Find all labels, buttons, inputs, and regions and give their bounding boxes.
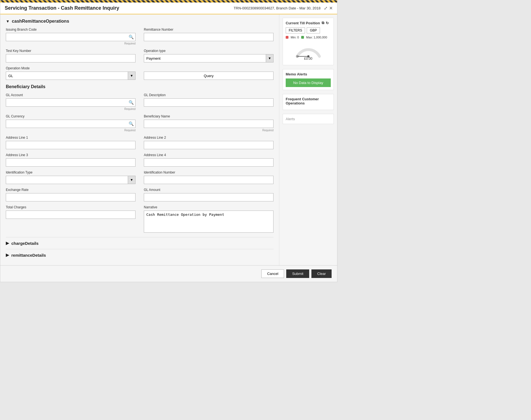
- gl-description-input[interactable]: [144, 98, 274, 107]
- identification-number-label: Identification Number: [144, 170, 274, 174]
- operation-mode-select[interactable]: GL Account Cash: [6, 72, 136, 80]
- min-dot-icon: [286, 36, 288, 39]
- window-title: Servicing Transaction - Cash Remittance …: [5, 5, 119, 11]
- gl-account-input-wrapper: 🔍: [6, 98, 136, 107]
- charge-details-row[interactable]: ▶ chargeDetails: [6, 237, 274, 249]
- total-charges-input[interactable]: [6, 211, 136, 219]
- address-line2-group: Address Line 2: [144, 136, 274, 149]
- transaction-info: TRN-0002308900034627, Branch Date - Mar …: [234, 6, 321, 10]
- gl-currency-required: Required: [6, 129, 136, 132]
- gl-account-input[interactable]: [6, 98, 136, 107]
- total-charges-label: Total Charges: [6, 205, 136, 209]
- issuing-branch-code-input-wrapper: 🔍: [6, 33, 136, 41]
- title-bar: Servicing Transaction - Cash Remittance …: [0, 2, 337, 14]
- filters-button[interactable]: FILTERS: [286, 27, 305, 33]
- total-charges-group: Total Charges: [6, 205, 136, 233]
- gl-account-required: Required: [6, 107, 136, 111]
- filter-icon[interactable]: ⧉: [322, 21, 324, 25]
- identification-type-group: Identification Type Passport ID Card Dri…: [6, 170, 136, 184]
- gauge-container: £0.00: [286, 41, 331, 61]
- alerts-box: Alerts: [283, 114, 334, 124]
- query-button[interactable]: Query: [144, 72, 274, 80]
- window-controls: ⤢ ✕: [324, 6, 333, 11]
- main-layout: ▼ cashRemittanceOperations Issuing Branc…: [0, 14, 337, 265]
- operation-type-label: Operation type: [144, 49, 274, 53]
- address-line1-label: Address Line 1: [6, 136, 136, 140]
- identification-type-select[interactable]: Passport ID Card Driver License: [6, 176, 136, 184]
- exchange-rate-input[interactable]: [6, 193, 136, 201]
- issuing-branch-code-search-icon[interactable]: 🔍: [129, 35, 134, 40]
- gbp-button[interactable]: GBP: [307, 27, 320, 33]
- cash-remittance-form-grid: Issuing Branch Code 🔍 Required Remittanc…: [6, 28, 274, 80]
- issuing-branch-code-input[interactable]: [6, 33, 136, 41]
- address-line3-group: Address Line 3: [6, 153, 136, 167]
- operation-type-group: Operation type Payment Receipt Transfer …: [144, 49, 274, 62]
- expand-icon[interactable]: ⤢: [324, 6, 327, 11]
- identification-type-select-wrapper: Passport ID Card Driver License ▼: [6, 176, 136, 184]
- address-line4-label: Address Line 4: [144, 153, 274, 157]
- refresh-icon[interactable]: ↻: [326, 21, 329, 25]
- beneficiary-form-grid: GL Account 🔍 Required GL Description GL …: [6, 93, 274, 233]
- gauge-value: £0.00: [304, 57, 312, 61]
- remittance-number-input[interactable]: [144, 33, 274, 41]
- issuing-branch-code-group: Issuing Branch Code 🔍 Required: [6, 28, 136, 45]
- clear-button[interactable]: Clear: [311, 269, 332, 278]
- test-key-number-input[interactable]: [6, 54, 136, 62]
- gl-currency-input-wrapper: 🔍: [6, 120, 136, 128]
- gl-currency-search-icon[interactable]: 🔍: [129, 121, 134, 126]
- operation-mode-group: Operation Mode GL Account Cash ▼: [6, 66, 136, 80]
- address-line2-input[interactable]: [144, 141, 274, 149]
- identification-number-input[interactable]: [144, 176, 274, 184]
- cash-remittance-section-header[interactable]: ▼ cashRemittanceOperations: [6, 19, 274, 24]
- test-key-number-group: Test Key Number: [6, 49, 136, 62]
- cancel-button[interactable]: Cancel: [261, 269, 284, 278]
- frequent-ops-title: Frequent Customer Operations: [286, 97, 331, 105]
- address-line1-input[interactable]: [6, 141, 136, 149]
- query-button-group: Query: [144, 66, 274, 80]
- address-line4-group: Address Line 4: [144, 153, 274, 167]
- beneficiary-details-title: Beneficiary Details: [6, 84, 274, 89]
- issuing-branch-code-required: Required: [6, 42, 136, 45]
- remittance-details-row[interactable]: ▶ remittanceDetails: [6, 249, 274, 261]
- max-label: Max: 1,000,000: [306, 36, 327, 39]
- form-area: ▼ cashRemittanceOperations Issuing Branc…: [0, 14, 279, 265]
- remittance-number-group: Remittance Number: [144, 28, 274, 45]
- alerts-title: Alerts: [286, 117, 331, 121]
- frequent-ops-box: Frequent Customer Operations: [283, 94, 334, 110]
- gl-description-group: GL Description: [144, 93, 274, 111]
- sidebar: Current Till Position ⧉ ↻ FILTERS GBP Mi…: [279, 14, 337, 265]
- close-icon[interactable]: ✕: [329, 6, 333, 11]
- operation-type-select-wrapper: Payment Receipt Transfer ▼: [144, 54, 274, 62]
- narrative-label: Narrative: [144, 205, 274, 209]
- gl-currency-group: GL Currency 🔍 Required: [6, 114, 136, 132]
- address-line4-input[interactable]: [144, 158, 274, 167]
- gauge-svg: [295, 41, 322, 58]
- operation-mode-select-wrapper: GL Account Cash ▼: [6, 72, 136, 80]
- gl-amount-group: GL Amount: [144, 188, 274, 201]
- narrative-textarea[interactable]: Cash Remittance Operation by Payment: [144, 211, 274, 233]
- gl-amount-input[interactable]: [144, 193, 274, 201]
- beneficiary-name-label: Beneficiary Name: [144, 114, 274, 118]
- gl-account-search-icon[interactable]: 🔍: [129, 100, 134, 105]
- operation-mode-label: Operation Mode: [6, 66, 136, 70]
- operation-type-select[interactable]: Payment Receipt Transfer: [144, 54, 274, 62]
- stripe-decoration: [0, 0, 337, 2]
- address-line2-label: Address Line 2: [144, 136, 274, 140]
- gl-description-label: GL Description: [144, 93, 274, 97]
- title-bar-right: TRN-0002308900034627, Branch Date - Mar …: [234, 6, 333, 11]
- footer-buttons: Cancel Submit Clear: [0, 265, 337, 282]
- memo-alerts-box: Memo Alerts No Data to Display: [283, 69, 334, 90]
- memo-alerts-no-data: No Data to Display: [286, 78, 331, 87]
- main-window: Servicing Transaction - Cash Remittance …: [0, 0, 337, 282]
- gl-account-label: GL Account: [6, 93, 136, 97]
- beneficiary-name-required: Required: [144, 129, 274, 132]
- beneficiary-name-input[interactable]: [144, 120, 274, 128]
- beneficiary-name-group: Beneficiary Name Required: [144, 114, 274, 132]
- remittance-details-label: remittanceDetails: [11, 253, 46, 258]
- address-line3-input[interactable]: [6, 158, 136, 167]
- gl-currency-input[interactable]: [6, 120, 136, 128]
- cash-remittance-section-title: cashRemittanceOperations: [12, 19, 69, 24]
- identification-type-label: Identification Type: [6, 170, 136, 174]
- submit-button[interactable]: Submit: [286, 269, 309, 278]
- remittance-number-label: Remittance Number: [144, 28, 274, 32]
